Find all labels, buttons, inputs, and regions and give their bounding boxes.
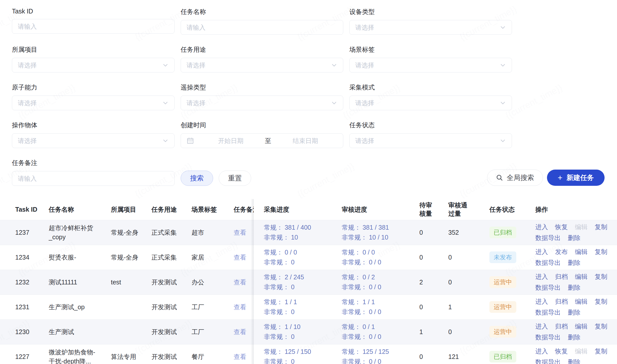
start-date-placeholder[interactable]: 开始日期 — [199, 137, 263, 145]
cell-approved-count: 0 — [438, 245, 479, 270]
action-link[interactable]: 数据导出 — [535, 358, 561, 364]
action-link[interactable]: 数据导出 — [535, 333, 561, 342]
row-actions: 进入恢复编辑复制数据导出删除 — [535, 223, 612, 242]
search-icon — [496, 174, 503, 181]
chevron-down-icon — [500, 100, 506, 106]
filter-label-operation-object: 操作物体 — [12, 121, 175, 129]
task-name-input-box[interactable] — [186, 24, 337, 31]
cell-task-status: 运营中 — [479, 270, 525, 295]
action-link[interactable]: 删除 — [568, 233, 580, 242]
cell-approved-count: 0 — [438, 270, 479, 295]
atomic-capability-select[interactable]: 请选择 — [12, 96, 175, 110]
view-remark-link[interactable]: 查看 — [234, 279, 246, 286]
action-link[interactable]: 归档 — [555, 297, 568, 306]
cell-review-progress: 常规： 1 / 1 非常规： 0 / 0 — [332, 295, 409, 319]
purpose-select[interactable]: 请选择 — [181, 58, 343, 72]
reset-button[interactable]: 重置 — [219, 171, 251, 186]
action-link[interactable]: 复制 — [595, 322, 607, 331]
action-link[interactable]: 归档 — [555, 322, 568, 331]
action-link[interactable]: 复制 — [595, 223, 607, 231]
task-table: Task ID 任务名称 所属项目 任务用途 场景标签 任务备注 采集进度 审核… — [0, 199, 617, 364]
filter-label-task-name: 任务名称 — [181, 8, 343, 16]
filter-field-device-type: 设备类型 请选择 — [349, 8, 512, 35]
chevron-down-icon — [162, 100, 169, 106]
action-link[interactable]: 删除 — [568, 308, 580, 317]
task-id-input-box[interactable] — [18, 23, 169, 30]
end-date-placeholder[interactable]: 结束日期 — [273, 137, 337, 145]
cell-scene-tag: 超市 — [192, 220, 234, 245]
cell-approved-count: 1 — [438, 295, 479, 319]
action-link[interactable]: 复制 — [595, 247, 607, 256]
col-scene-tag: 场景标签 — [192, 199, 234, 220]
task-remark-input[interactable] — [12, 171, 175, 186]
action-link[interactable]: 编辑 — [575, 272, 588, 281]
action-link[interactable]: 数据导出 — [535, 283, 561, 292]
action-link[interactable]: 恢复 — [555, 347, 568, 356]
action-link[interactable]: 复制 — [595, 347, 607, 356]
scene-tag-select[interactable]: 请选择 — [349, 58, 512, 72]
task-name-input[interactable] — [181, 20, 343, 35]
project-select[interactable]: 请选择 — [12, 58, 175, 72]
global-search-button[interactable]: 全局搜索 — [487, 170, 543, 186]
device-type-select[interactable]: 请选择 — [349, 20, 512, 35]
global-search-label: 全局搜索 — [507, 173, 534, 182]
collect-regular: 常规： 125 / 150 — [264, 347, 332, 357]
action-link[interactable]: 复制 — [595, 297, 607, 306]
chevron-down-icon — [500, 62, 506, 68]
teleop-type-select[interactable]: 请选择 — [181, 96, 343, 110]
action-link[interactable]: 进入 — [535, 247, 548, 256]
view-remark-link[interactable]: 查看 — [234, 353, 246, 360]
task-status-select[interactable]: 请选择 — [349, 133, 512, 148]
cell-scene-tag: 办公 — [192, 270, 234, 295]
action-link[interactable]: 恢复 — [555, 223, 568, 231]
cell-task-status: 运营中 — [479, 319, 525, 344]
review-regular: 常规： 381 / 381 — [342, 223, 409, 232]
action-link[interactable]: 进入 — [535, 322, 548, 331]
action-link[interactable]: 删除 — [568, 283, 580, 292]
task-id-input[interactable] — [12, 19, 175, 34]
action-link[interactable]: 归档 — [555, 272, 568, 281]
view-remark-link[interactable]: 查看 — [234, 229, 246, 236]
search-button[interactable]: 搜索 — [181, 171, 213, 186]
action-link[interactable]: 进入 — [535, 272, 548, 281]
cell-approved-count: 0 — [438, 319, 479, 344]
cell-actions: 进入恢复编辑复制数据导出删除 — [525, 220, 617, 245]
action-link[interactable]: 复制 — [595, 272, 607, 281]
action-link[interactable]: 进入 — [535, 297, 548, 306]
action-link[interactable]: 数据导出 — [535, 233, 561, 242]
action-link[interactable]: 编辑 — [575, 322, 588, 331]
cell-remark: 查看 — [234, 220, 254, 245]
cell-purpose: 开发测试 — [151, 270, 192, 295]
col-purpose: 任务用途 — [151, 199, 192, 220]
chevron-down-icon — [500, 24, 506, 31]
filter-field-created-time: 创建时间 开始日期 至 结束日期 — [181, 121, 343, 148]
status-badge: 已归档 — [489, 227, 516, 238]
action-link[interactable]: 编辑 — [575, 247, 588, 256]
operation-object-select[interactable]: 请选择 — [12, 133, 175, 148]
created-time-range[interactable]: 开始日期 至 结束日期 — [181, 133, 343, 148]
task-remark-input-box[interactable] — [18, 175, 169, 182]
collection-mode-select[interactable]: 请选择 — [349, 96, 512, 110]
cell-scene-tag: 工厂 — [192, 319, 234, 344]
col-task-status: 任务状态 — [479, 199, 525, 220]
action-link[interactable]: 编辑 — [575, 297, 588, 306]
review-regular: 常规： 125 / 125 — [342, 347, 409, 357]
action-link[interactable]: 发布 — [555, 247, 568, 256]
cell-remark: 查看 — [234, 270, 254, 295]
action-link[interactable]: 删除 — [568, 358, 580, 364]
action-link[interactable]: 数据导出 — [535, 308, 561, 317]
cell-collect-progress: 常规： 125 / 150 非常规： 0 — [254, 344, 332, 364]
view-remark-link[interactable]: 查看 — [234, 303, 246, 311]
cell-pending-count: 0 — [409, 245, 438, 270]
action-link[interactable]: 进入 — [535, 347, 548, 356]
action-link[interactable]: 数据导出 — [535, 258, 561, 267]
view-remark-link[interactable]: 查看 — [234, 328, 246, 335]
status-badge: 运营中 — [489, 326, 516, 338]
review-irregular: 非常规： 0 / 0 — [342, 307, 409, 317]
view-remark-link[interactable]: 查看 — [234, 254, 246, 261]
action-link[interactable]: 删除 — [568, 258, 580, 267]
table-row: 1230 生产测试 开发测试 工厂 查看 常规： 1 / 10 非常规： 0 常… — [0, 319, 617, 344]
new-task-button[interactable]: + 新建任务 — [547, 170, 605, 186]
action-link[interactable]: 进入 — [535, 223, 548, 231]
action-link[interactable]: 删除 — [568, 333, 580, 342]
